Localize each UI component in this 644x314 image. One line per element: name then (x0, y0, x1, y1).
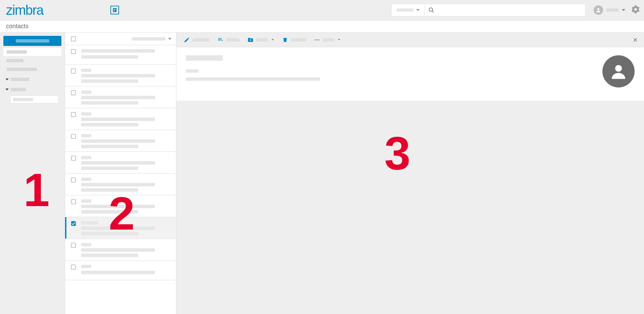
chevron-down-icon (5, 88, 9, 90)
contact-row[interactable] (65, 261, 176, 280)
more-icon (314, 37, 320, 43)
detail-panel: 3 (176, 33, 644, 314)
search-icon (428, 7, 434, 13)
contact-checkbox[interactable] (71, 49, 76, 54)
contact-checkbox[interactable] (71, 69, 76, 73)
sidebar-folder-item[interactable] (3, 57, 61, 65)
contact-row[interactable] (65, 195, 176, 217)
new-contact-button[interactable] (3, 36, 61, 46)
contact-row[interactable] (65, 239, 176, 261)
search-scope-dropdown[interactable] (391, 4, 425, 16)
contact-checkbox[interactable] (71, 199, 76, 204)
search-box[interactable] (425, 4, 586, 16)
page-title: contacts (6, 23, 29, 30)
chevron-down-icon (622, 9, 625, 11)
chevron-down-icon (416, 9, 420, 11)
chevron-down-icon (338, 39, 340, 41)
brand-logo: zimbra (6, 3, 43, 18)
settings-button[interactable] (631, 5, 640, 15)
chevron-down-icon (168, 38, 171, 40)
contact-checkbox[interactable] (71, 243, 76, 248)
sort-dropdown[interactable] (132, 37, 171, 41)
user-avatar-icon (594, 5, 603, 15)
edit-icon (184, 37, 190, 43)
contact-list-header (65, 33, 176, 45)
contact-checkbox[interactable] (71, 112, 76, 117)
contact-row[interactable] (65, 130, 176, 152)
search-container (391, 4, 586, 16)
contact-checkbox[interactable] (71, 90, 76, 95)
contact-row[interactable] (65, 108, 176, 130)
contact-row[interactable] (65, 86, 176, 108)
toolbar-move-button[interactable] (244, 35, 277, 45)
toolbar-edit-button[interactable] (180, 35, 213, 45)
user-menu[interactable] (594, 5, 625, 15)
contact-checkbox[interactable] (71, 221, 76, 226)
svg-point-5 (318, 39, 319, 40)
select-all-checkbox[interactable] (71, 37, 76, 41)
sidebar-section-header[interactable] (3, 85, 61, 93)
close-icon (633, 37, 638, 43)
app-switcher-contacts-icon[interactable] (110, 6, 119, 14)
contact-row[interactable] (65, 152, 176, 174)
sidebar: 1 (0, 33, 65, 314)
contact-row[interactable] (65, 174, 176, 195)
tag-input[interactable] (10, 96, 59, 104)
contact-row[interactable] (65, 217, 176, 239)
toolbar-delete-button[interactable] (279, 35, 309, 45)
search-input[interactable] (437, 7, 582, 13)
contact-list-panel: 2 (65, 33, 176, 314)
sidebar-folder-item[interactable] (3, 48, 61, 56)
toolbar-more-button[interactable] (311, 35, 344, 45)
chevron-down-icon (5, 78, 9, 80)
person-icon (609, 62, 628, 80)
user-name (606, 8, 619, 12)
main-layout: 1 2 (0, 33, 644, 314)
contact-avatar (602, 55, 635, 87)
contact-detail-card (176, 47, 644, 101)
contact-checkbox[interactable] (71, 134, 76, 139)
chevron-down-icon (271, 39, 274, 41)
move-icon (248, 37, 254, 43)
annotation-1: 1 (23, 167, 50, 213)
svg-point-8 (615, 65, 622, 72)
svg-point-0 (429, 8, 433, 11)
svg-point-2 (597, 8, 599, 10)
detail-toolbar (176, 33, 644, 47)
contact-checkbox[interactable] (71, 265, 76, 269)
svg-line-1 (432, 11, 434, 12)
svg-point-3 (315, 39, 316, 40)
annotation-3: 3 (384, 130, 411, 177)
toolbar-assign-button[interactable] (214, 35, 243, 45)
delete-icon (282, 37, 288, 43)
sidebar-folder-item[interactable] (3, 65, 61, 73)
top-bar: zimbra (0, 0, 644, 20)
contact-checkbox[interactable] (71, 178, 76, 182)
contact-row[interactable] (65, 45, 176, 65)
breadcrumb: contacts (0, 20, 644, 33)
contact-row[interactable] (65, 65, 176, 86)
gear-icon (631, 5, 640, 14)
sidebar-section-header[interactable] (3, 75, 61, 83)
close-button[interactable] (631, 35, 640, 45)
contact-checkbox[interactable] (71, 156, 76, 161)
assign-icon (217, 37, 223, 43)
svg-point-4 (317, 39, 318, 40)
contact-list[interactable] (65, 45, 176, 314)
contact-detail-info (186, 55, 596, 93)
